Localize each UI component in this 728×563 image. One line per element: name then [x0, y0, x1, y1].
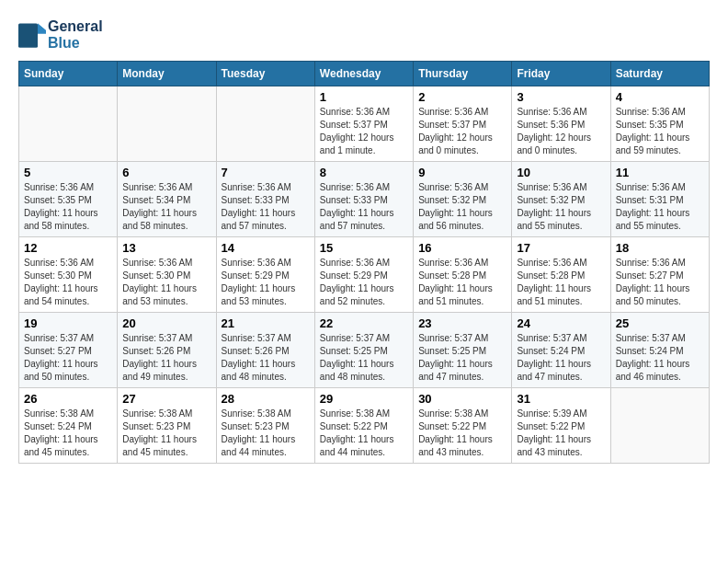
column-header-tuesday: Tuesday	[216, 62, 314, 86]
calendar-cell: 15Sunrise: 5:36 AM Sunset: 5:29 PM Dayli…	[314, 237, 413, 313]
day-number: 19	[24, 316, 112, 330]
day-info: Sunrise: 5:36 AM Sunset: 5:32 PM Dayligh…	[517, 181, 605, 233]
calendar-cell: 2Sunrise: 5:36 AM Sunset: 5:37 PM Daylig…	[414, 86, 512, 162]
day-info: Sunrise: 5:38 AM Sunset: 5:22 PM Dayligh…	[418, 408, 506, 459]
calendar-cell: 19Sunrise: 5:37 AM Sunset: 5:27 PM Dayli…	[19, 313, 118, 388]
calendar-cell: 25Sunrise: 5:37 AM Sunset: 5:24 PM Dayli…	[610, 313, 709, 388]
day-number: 24	[517, 316, 605, 330]
calendar-cell: 31Sunrise: 5:39 AM Sunset: 5:22 PM Dayli…	[512, 388, 610, 464]
calendar-cell: 20Sunrise: 5:37 AM Sunset: 5:26 PM Dayli…	[118, 313, 216, 388]
calendar-cell: 3Sunrise: 5:36 AM Sunset: 5:36 PM Daylig…	[512, 86, 610, 162]
day-number: 22	[320, 316, 408, 330]
calendar-cell	[610, 388, 709, 464]
day-number: 27	[122, 392, 210, 406]
calendar-header-row: SundayMondayTuesdayWednesdayThursdayFrid…	[19, 62, 710, 86]
calendar-week-row: 5Sunrise: 5:36 AM Sunset: 5:35 PM Daylig…	[19, 162, 710, 237]
day-info: Sunrise: 5:37 AM Sunset: 5:25 PM Dayligh…	[418, 332, 506, 384]
column-header-sunday: Sunday	[19, 62, 118, 86]
day-number: 7	[222, 166, 310, 179]
calendar-cell	[118, 86, 216, 162]
svg-rect-0	[18, 23, 38, 47]
day-info: Sunrise: 5:38 AM Sunset: 5:24 PM Dayligh…	[24, 408, 112, 459]
day-number: 15	[320, 241, 408, 255]
calendar-cell: 11Sunrise: 5:36 AM Sunset: 5:31 PM Dayli…	[610, 162, 709, 237]
calendar-cell: 22Sunrise: 5:37 AM Sunset: 5:25 PM Dayli…	[314, 313, 413, 388]
calendar-cell: 23Sunrise: 5:37 AM Sunset: 5:25 PM Dayli…	[414, 313, 512, 388]
day-info: Sunrise: 5:36 AM Sunset: 5:33 PM Dayligh…	[320, 181, 408, 233]
column-header-friday: Friday	[512, 62, 610, 86]
calendar-cell: 27Sunrise: 5:38 AM Sunset: 5:23 PM Dayli…	[118, 388, 216, 464]
day-number: 29	[320, 392, 408, 406]
day-number: 23	[418, 316, 506, 330]
calendar-week-row: 26Sunrise: 5:38 AM Sunset: 5:24 PM Dayli…	[19, 388, 710, 464]
day-info: Sunrise: 5:37 AM Sunset: 5:24 PM Dayligh…	[616, 332, 704, 384]
calendar-cell: 7Sunrise: 5:36 AM Sunset: 5:33 PM Daylig…	[216, 162, 314, 237]
calendar-cell: 28Sunrise: 5:38 AM Sunset: 5:23 PM Dayli…	[216, 388, 314, 464]
day-info: Sunrise: 5:36 AM Sunset: 5:33 PM Dayligh…	[222, 181, 310, 233]
page-header: General Blue	[18, 18, 710, 52]
logo-text-line2: Blue	[48, 35, 103, 52]
day-info: Sunrise: 5:36 AM Sunset: 5:29 PM Dayligh…	[320, 257, 408, 308]
calendar-cell: 26Sunrise: 5:38 AM Sunset: 5:24 PM Dayli…	[19, 388, 118, 464]
day-info: Sunrise: 5:36 AM Sunset: 5:36 PM Dayligh…	[517, 106, 605, 157]
day-info: Sunrise: 5:36 AM Sunset: 5:30 PM Dayligh…	[122, 257, 210, 308]
day-number: 31	[517, 392, 605, 406]
day-info: Sunrise: 5:37 AM Sunset: 5:26 PM Dayligh…	[222, 332, 310, 384]
day-number: 13	[122, 241, 210, 255]
column-header-wednesday: Wednesday	[314, 62, 413, 86]
day-number: 21	[222, 316, 310, 330]
day-info: Sunrise: 5:36 AM Sunset: 5:31 PM Dayligh…	[616, 181, 704, 233]
day-number: 2	[418, 90, 506, 104]
calendar-cell: 14Sunrise: 5:36 AM Sunset: 5:29 PM Dayli…	[216, 237, 314, 313]
day-number: 25	[616, 316, 704, 330]
day-info: Sunrise: 5:37 AM Sunset: 5:26 PM Dayligh…	[122, 332, 210, 384]
calendar-cell	[216, 86, 314, 162]
day-info: Sunrise: 5:38 AM Sunset: 5:22 PM Dayligh…	[320, 408, 408, 459]
day-number: 30	[418, 392, 506, 406]
calendar-cell: 29Sunrise: 5:38 AM Sunset: 5:22 PM Dayli…	[314, 388, 413, 464]
day-number: 4	[616, 90, 704, 104]
day-number: 28	[222, 392, 310, 406]
day-number: 8	[320, 166, 408, 179]
day-info: Sunrise: 5:36 AM Sunset: 5:28 PM Dayligh…	[418, 257, 506, 308]
logo: General Blue	[18, 18, 103, 52]
day-number: 12	[24, 241, 112, 255]
column-header-saturday: Saturday	[610, 62, 709, 86]
day-info: Sunrise: 5:36 AM Sunset: 5:32 PM Dayligh…	[418, 181, 506, 233]
day-info: Sunrise: 5:36 AM Sunset: 5:35 PM Dayligh…	[24, 181, 112, 233]
calendar-cell: 21Sunrise: 5:37 AM Sunset: 5:26 PM Dayli…	[216, 313, 314, 388]
calendar-cell: 5Sunrise: 5:36 AM Sunset: 5:35 PM Daylig…	[19, 162, 118, 237]
day-info: Sunrise: 5:38 AM Sunset: 5:23 PM Dayligh…	[222, 408, 310, 459]
svg-marker-2	[38, 23, 46, 33]
calendar-week-row: 19Sunrise: 5:37 AM Sunset: 5:27 PM Dayli…	[19, 313, 710, 388]
calendar-table: SundayMondayTuesdayWednesdayThursdayFrid…	[18, 61, 710, 464]
day-number: 14	[222, 241, 310, 255]
calendar-cell: 13Sunrise: 5:36 AM Sunset: 5:30 PM Dayli…	[118, 237, 216, 313]
calendar-week-row: 1Sunrise: 5:36 AM Sunset: 5:37 PM Daylig…	[19, 86, 710, 162]
calendar-cell: 16Sunrise: 5:36 AM Sunset: 5:28 PM Dayli…	[414, 237, 512, 313]
day-info: Sunrise: 5:36 AM Sunset: 5:27 PM Dayligh…	[616, 257, 704, 308]
day-number: 3	[517, 90, 605, 104]
logo-icon	[18, 19, 46, 52]
calendar-cell: 1Sunrise: 5:36 AM Sunset: 5:37 PM Daylig…	[314, 86, 413, 162]
day-info: Sunrise: 5:36 AM Sunset: 5:37 PM Dayligh…	[320, 106, 408, 157]
day-number: 26	[24, 392, 112, 406]
calendar-cell: 17Sunrise: 5:36 AM Sunset: 5:28 PM Dayli…	[512, 237, 610, 313]
day-info: Sunrise: 5:36 AM Sunset: 5:30 PM Dayligh…	[24, 257, 112, 308]
day-number: 16	[418, 241, 506, 255]
day-info: Sunrise: 5:36 AM Sunset: 5:28 PM Dayligh…	[517, 257, 605, 308]
day-number: 6	[122, 166, 210, 179]
day-number: 17	[517, 241, 605, 255]
column-header-thursday: Thursday	[414, 62, 512, 86]
calendar-cell: 8Sunrise: 5:36 AM Sunset: 5:33 PM Daylig…	[314, 162, 413, 237]
calendar-cell: 30Sunrise: 5:38 AM Sunset: 5:22 PM Dayli…	[414, 388, 512, 464]
day-number: 9	[418, 166, 506, 179]
day-info: Sunrise: 5:36 AM Sunset: 5:34 PM Dayligh…	[122, 181, 210, 233]
calendar-cell: 10Sunrise: 5:36 AM Sunset: 5:32 PM Dayli…	[512, 162, 610, 237]
day-info: Sunrise: 5:37 AM Sunset: 5:25 PM Dayligh…	[320, 332, 408, 384]
calendar-cell: 12Sunrise: 5:36 AM Sunset: 5:30 PM Dayli…	[19, 237, 118, 313]
day-info: Sunrise: 5:36 AM Sunset: 5:29 PM Dayligh…	[222, 257, 310, 308]
day-info: Sunrise: 5:38 AM Sunset: 5:23 PM Dayligh…	[122, 408, 210, 459]
day-number: 20	[122, 316, 210, 330]
day-number: 1	[320, 90, 408, 104]
